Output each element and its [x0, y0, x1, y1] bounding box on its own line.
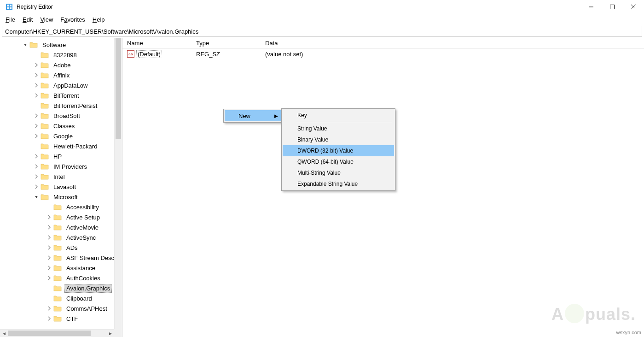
tree-item[interactable]: Affinix: [0, 70, 122, 80]
menu-view[interactable]: View: [36, 15, 57, 24]
menu-edit[interactable]: Edit: [19, 15, 36, 24]
expand-toggle-icon[interactable]: [33, 143, 40, 149]
column-header-data[interactable]: Data: [261, 38, 426, 48]
folder-icon: [41, 173, 49, 180]
context-item[interactable]: QWORD (64-bit) Value: [283, 156, 394, 167]
minimize-button[interactable]: [580, 0, 602, 14]
tree-item[interactable]: Adobe: [0, 60, 122, 70]
scroll-left-arrow[interactable]: ◂: [0, 330, 8, 337]
expand-toggle-icon[interactable]: [33, 123, 40, 129]
expand-toggle-icon[interactable]: [46, 204, 52, 210]
folder-icon: [53, 315, 62, 322]
tree-label: Google: [52, 132, 75, 141]
tree-item[interactable]: BroadSoft: [0, 111, 122, 121]
value-type: REG_SZ: [191, 51, 261, 58]
menu-help[interactable]: Help: [89, 15, 109, 24]
context-item-new[interactable]: New ▶: [225, 110, 281, 121]
expand-toggle-icon[interactable]: [46, 244, 52, 251]
folder-icon: [41, 123, 49, 129]
tree-item[interactable]: Avalon.Graphics: [0, 283, 122, 293]
expand-toggle-icon[interactable]: [46, 265, 52, 271]
scroll-right-arrow[interactable]: ▸: [106, 330, 114, 337]
expand-toggle-icon[interactable]: [33, 133, 40, 139]
tree-item[interactable]: Microsoft: [0, 192, 122, 202]
registry-tree[interactable]: Software8322898AdobeAffinixAppDataLowBit…: [0, 38, 122, 324]
folder-icon: [41, 82, 49, 89]
scrollbar-thumb[interactable]: [116, 38, 121, 139]
expand-toggle-icon[interactable]: [46, 254, 52, 261]
folder-icon: [53, 265, 62, 271]
expand-toggle-icon[interactable]: [46, 305, 52, 312]
tree-item[interactable]: ActiveSync: [0, 232, 122, 242]
expand-toggle-icon[interactable]: [46, 315, 52, 322]
tree-item[interactable]: Clipboard: [0, 293, 122, 303]
folder-icon: [29, 41, 38, 48]
tree-item[interactable]: AuthCookies: [0, 273, 122, 283]
tree-label: ActiveSync: [64, 233, 98, 242]
expand-toggle-icon[interactable]: [46, 295, 52, 302]
context-item[interactable]: DWORD (32-bit) Value: [283, 145, 394, 156]
folder-icon: [41, 92, 49, 99]
tree-item[interactable]: Intel: [0, 171, 122, 182]
expand-toggle-icon[interactable]: [33, 112, 40, 119]
expand-toggle-icon[interactable]: [33, 62, 40, 68]
tree-label: AuthCookies: [64, 274, 102, 283]
context-item[interactable]: Binary Value: [283, 134, 394, 145]
context-item[interactable]: Expandable String Value: [283, 178, 394, 189]
expand-toggle-icon[interactable]: [33, 52, 40, 58]
close-button[interactable]: [623, 0, 644, 14]
expand-toggle-icon[interactable]: [33, 82, 40, 89]
watermark-logo: Apuals.: [551, 305, 636, 324]
column-header-name[interactable]: Name: [122, 38, 191, 48]
tree-item[interactable]: Classes: [0, 121, 122, 131]
value-row[interactable]: ab(Default)REG_SZ(value not set): [122, 49, 644, 59]
context-item[interactable]: String Value: [283, 123, 394, 134]
tree-item[interactable]: Lavasoft: [0, 182, 122, 192]
tree-item[interactable]: ADs: [0, 242, 122, 253]
expand-toggle-icon[interactable]: [33, 102, 40, 109]
expand-toggle-icon[interactable]: [46, 275, 52, 281]
scrollbar-thumb[interactable]: [8, 331, 91, 336]
expand-toggle-icon[interactable]: [33, 72, 40, 78]
expand-toggle-icon[interactable]: [33, 163, 40, 170]
tree-item[interactable]: CTF: [0, 313, 122, 324]
expand-toggle-icon[interactable]: [33, 173, 40, 180]
expand-toggle-icon[interactable]: [46, 214, 52, 220]
tree-item[interactable]: BitTorrentPersist: [0, 101, 122, 111]
tree-item-software[interactable]: Software: [0, 40, 122, 50]
tree-item[interactable]: Hewlett-Packard: [0, 141, 122, 151]
tree-item[interactable]: HP: [0, 151, 122, 161]
tree-item[interactable]: Active Setup: [0, 212, 122, 222]
tree-item[interactable]: Assistance: [0, 263, 122, 273]
expand-toggle-icon[interactable]: [33, 183, 40, 190]
tree-item[interactable]: IM Providers: [0, 161, 122, 171]
expand-toggle-icon[interactable]: [22, 41, 29, 48]
tree-item[interactable]: BitTorrent: [0, 90, 122, 101]
tree-item[interactable]: Accessibility: [0, 202, 122, 212]
expand-toggle-icon[interactable]: [33, 194, 40, 200]
expand-toggle-icon[interactable]: [46, 224, 52, 231]
menu-favorites[interactable]: Favorites: [57, 15, 88, 24]
tree-item[interactable]: CommsAPHost: [0, 303, 122, 313]
expand-toggle-icon[interactable]: [33, 92, 40, 99]
svg-rect-3: [7, 7, 9, 9]
context-item[interactable]: Multi-String Value: [283, 167, 394, 178]
svg-rect-4: [10, 7, 12, 9]
tree-horizontal-scrollbar[interactable]: ◂ ▸: [0, 329, 114, 337]
tree-item[interactable]: ActiveMovie: [0, 222, 122, 232]
address-bar[interactable]: Computer\HKEY_CURRENT_USER\Software\Micr…: [2, 26, 642, 37]
expand-toggle-icon[interactable]: [46, 285, 52, 291]
column-header-type[interactable]: Type: [191, 38, 261, 48]
maximize-button[interactable]: [602, 0, 623, 14]
expand-toggle-icon[interactable]: [46, 234, 52, 241]
tree-item[interactable]: ASF Stream Descr: [0, 253, 122, 263]
tree-item[interactable]: Google: [0, 131, 122, 141]
tree-label: BitTorrentPersist: [52, 101, 99, 110]
menu-file[interactable]: File: [2, 15, 19, 24]
scroll-corner: [114, 329, 122, 337]
context-item[interactable]: Key: [283, 110, 394, 121]
expand-toggle-icon[interactable]: [33, 153, 40, 160]
tree-vertical-scrollbar[interactable]: [114, 38, 122, 329]
tree-item[interactable]: AppDataLow: [0, 80, 122, 90]
tree-item[interactable]: 8322898: [0, 50, 122, 60]
